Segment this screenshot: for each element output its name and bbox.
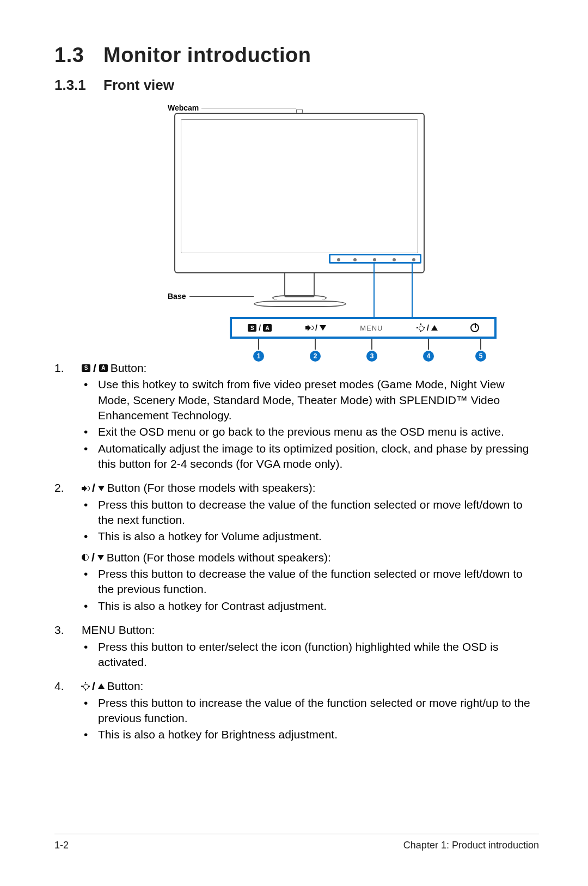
section-heading: 1.3Monitor introduction: [54, 44, 539, 67]
label-text: Button:: [111, 360, 147, 376]
bullet-text: Press this button to decrease the value …: [98, 566, 539, 597]
bullet-text: This is also a hotkey for Contrast adjus…: [98, 598, 539, 614]
item-label-alt: / Button (For those models without speak…: [82, 550, 539, 565]
front-view-diagram: Webcam Base S / A / MENU: [109, 99, 523, 355]
section-number: 1.3: [54, 44, 103, 67]
down-triangle-icon: [97, 555, 104, 560]
sun-icon: [417, 324, 425, 332]
bullet-text: Press this button to enter/select the ic…: [98, 639, 539, 670]
item-label: / Button (For those models with speakers…: [82, 480, 539, 496]
contrast-icon: [82, 554, 89, 561]
label-text: Button:: [107, 679, 144, 694]
down-triangle-icon: [98, 486, 105, 491]
badge-5: 5: [475, 351, 486, 362]
section-title: Monitor introduction: [103, 44, 311, 66]
list-item: 3. MENU Button: •Press this button to en…: [54, 622, 539, 675]
up-triangle-icon: [98, 683, 105, 689]
a-icon: A: [99, 364, 108, 372]
button-descriptions: 1. S / A Button: •Use this hotkey to swi…: [54, 360, 539, 748]
item-label: MENU Button:: [82, 622, 539, 638]
sun-icon: [82, 682, 89, 690]
base-label: Base: [168, 292, 186, 301]
bar-sa-button: S / A: [232, 323, 288, 332]
list-item: 1. S / A Button: •Use this hotkey to swi…: [54, 360, 539, 477]
callout-connector: [373, 264, 375, 317]
bullet-text: Use this hotkey to switch from five vide…: [98, 377, 539, 423]
bullet-text: Exit the OSD menu or go back to the prev…: [98, 424, 539, 439]
bar-menu-button: MENU: [344, 324, 400, 332]
bullet-text: This is also a hotkey for Volume adjustm…: [98, 529, 539, 544]
badge-3: 3: [366, 351, 377, 362]
speaker-icon: [82, 485, 89, 492]
page-number: 1-2: [54, 840, 69, 851]
list-item: 2. / Button (For those models with speak…: [54, 480, 539, 619]
chapter-label: Chapter 1: Product introduction: [403, 840, 539, 851]
item-number: 3.: [54, 622, 82, 675]
callout-connector: [412, 264, 413, 317]
monitor-neck: [284, 273, 315, 297]
bullet-text: This is also a hotkey for Brightness adj…: [98, 727, 539, 742]
base-leader-line: [189, 296, 254, 297]
bullet-text: Press this button to increase the value …: [98, 695, 539, 726]
menu-label: MENU: [360, 324, 383, 332]
page: 1.3Monitor introduction 1.3.1Front view …: [0, 0, 588, 886]
label-text: Button (For those models with speakers):: [107, 480, 316, 496]
subsection-title: Front view: [103, 77, 174, 93]
subsection-heading: 1.3.1Front view: [54, 77, 539, 94]
down-triangle-icon: [320, 325, 326, 331]
bullet-text: Automatically adjust the image to its op…: [98, 441, 539, 472]
item-number: 4.: [54, 679, 82, 748]
badge-4: 4: [423, 351, 434, 362]
s-icon: S: [248, 324, 256, 332]
badge-2: 2: [310, 351, 321, 362]
label-text: MENU Button:: [82, 622, 155, 638]
callout-numbers: 1 2 3 4 5: [230, 339, 497, 366]
monitor-base: [254, 301, 346, 307]
speaker-icon: [305, 325, 313, 331]
a-icon: A: [263, 324, 272, 332]
bar-volume-down-button: /: [288, 323, 344, 332]
subsection-number: 1.3.1: [54, 77, 103, 94]
label-text: Button (For those models without speaker…: [107, 550, 331, 565]
up-triangle-icon: [431, 325, 438, 331]
monitor-base-top: [272, 295, 327, 301]
webcam-leader-line: [201, 108, 296, 108]
bullet-text: Press this button to decrease the value …: [98, 497, 539, 528]
webcam-label: Webcam: [168, 103, 199, 112]
bezel-button-highlight: [329, 254, 421, 264]
bar-brightness-up-button: /: [400, 323, 456, 332]
monitor-screen: [181, 119, 418, 253]
item-number: 1.: [54, 360, 82, 477]
power-icon: [470, 323, 479, 332]
list-item: 4. / Button: •Press this button to incre…: [54, 679, 539, 748]
badge-1: 1: [253, 351, 264, 362]
bar-power-button: [455, 323, 494, 332]
item-label: / Button:: [82, 679, 539, 694]
s-icon: S: [82, 364, 90, 372]
page-footer: 1-2 Chapter 1: Product introduction: [54, 834, 539, 851]
button-callout-bar: S / A / MENU /: [230, 317, 497, 339]
item-number: 2.: [54, 480, 82, 619]
